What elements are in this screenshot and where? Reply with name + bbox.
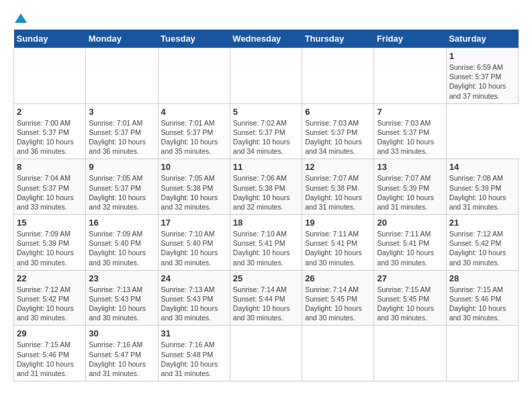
day-info: Sunrise: 7:16 AM Sunset: 5:48 PM Dayligh… bbox=[161, 340, 227, 378]
day-cell-11: 11Sunrise: 7:06 AM Sunset: 5:38 PM Dayli… bbox=[230, 159, 302, 215]
day-number: 4 bbox=[161, 107, 227, 117]
day-number: 8 bbox=[17, 162, 83, 172]
day-info: Sunrise: 7:03 AM Sunset: 5:37 PM Dayligh… bbox=[305, 118, 371, 156]
day-cell-1: 1Sunrise: 6:59 AM Sunset: 5:37 PM Daylig… bbox=[446, 48, 518, 104]
day-number: 2 bbox=[17, 107, 83, 117]
day-number: 31 bbox=[161, 328, 227, 338]
day-cell-26: 26Sunrise: 7:14 AM Sunset: 5:45 PM Dayli… bbox=[302, 270, 374, 326]
day-info: Sunrise: 7:11 AM Sunset: 5:41 PM Dayligh… bbox=[305, 229, 371, 267]
calendar-table: SundayMondayTuesdayWednesdayThursdayFrid… bbox=[13, 30, 519, 381]
svg-marker-0 bbox=[15, 13, 27, 23]
day-info: Sunrise: 7:03 AM Sunset: 5:37 PM Dayligh… bbox=[377, 118, 443, 156]
day-info: Sunrise: 7:09 AM Sunset: 5:39 PM Dayligh… bbox=[17, 229, 83, 267]
day-info: Sunrise: 7:14 AM Sunset: 5:44 PM Dayligh… bbox=[233, 285, 299, 323]
day-cell-23: 23Sunrise: 7:13 AM Sunset: 5:43 PM Dayli… bbox=[86, 270, 158, 326]
day-cell-19: 19Sunrise: 7:11 AM Sunset: 5:41 PM Dayli… bbox=[302, 215, 374, 271]
day-cell-4: 4Sunrise: 7:01 AM Sunset: 5:37 PM Daylig… bbox=[158, 103, 230, 159]
day-cell-29: 29Sunrise: 7:15 AM Sunset: 5:46 PM Dayli… bbox=[14, 326, 86, 381]
day-cell-2: 2Sunrise: 7:00 AM Sunset: 5:37 PM Daylig… bbox=[14, 103, 86, 159]
day-cell-8: 8Sunrise: 7:04 AM Sunset: 5:37 PM Daylig… bbox=[14, 159, 86, 215]
day-cell-25: 25Sunrise: 7:14 AM Sunset: 5:44 PM Dayli… bbox=[230, 270, 302, 326]
day-number: 20 bbox=[377, 218, 443, 228]
day-number: 13 bbox=[377, 162, 443, 172]
day-cell-10: 10Sunrise: 7:05 AM Sunset: 5:38 PM Dayli… bbox=[158, 159, 230, 215]
day-cell-30: 30Sunrise: 7:16 AM Sunset: 5:47 PM Dayli… bbox=[86, 326, 158, 381]
day-cell-22: 22Sunrise: 7:12 AM Sunset: 5:42 PM Dayli… bbox=[14, 270, 86, 326]
day-number: 6 bbox=[305, 107, 371, 117]
day-number: 11 bbox=[233, 162, 299, 172]
day-cell-18: 18Sunrise: 7:10 AM Sunset: 5:41 PM Dayli… bbox=[230, 215, 302, 271]
day-number: 27 bbox=[377, 273, 443, 283]
day-info: Sunrise: 7:05 AM Sunset: 5:37 PM Dayligh… bbox=[89, 173, 154, 212]
day-cell-3: 3Sunrise: 7:01 AM Sunset: 5:37 PM Daylig… bbox=[86, 103, 158, 159]
day-info: Sunrise: 7:00 AM Sunset: 5:37 PM Dayligh… bbox=[17, 118, 83, 156]
day-info: Sunrise: 7:10 AM Sunset: 5:41 PM Dayligh… bbox=[233, 229, 299, 267]
day-number: 10 bbox=[161, 162, 227, 172]
day-info: Sunrise: 7:16 AM Sunset: 5:47 PM Dayligh… bbox=[89, 340, 154, 378]
day-cell-24: 24Sunrise: 7:13 AM Sunset: 5:43 PM Dayli… bbox=[158, 270, 230, 326]
col-header-sunday: Sunday bbox=[14, 30, 86, 48]
day-cell-12: 12Sunrise: 7:07 AM Sunset: 5:38 PM Dayli… bbox=[302, 159, 374, 215]
empty-cell bbox=[14, 48, 86, 104]
day-info: Sunrise: 7:13 AM Sunset: 5:43 PM Dayligh… bbox=[89, 285, 154, 323]
day-info: Sunrise: 7:09 AM Sunset: 5:40 PM Dayligh… bbox=[89, 229, 154, 267]
col-header-thursday: Thursday bbox=[302, 30, 374, 48]
day-cell-31: 31Sunrise: 7:16 AM Sunset: 5:48 PM Dayli… bbox=[158, 326, 230, 381]
day-cell-9: 9Sunrise: 7:05 AM Sunset: 5:37 PM Daylig… bbox=[86, 159, 158, 215]
day-number: 18 bbox=[233, 218, 299, 228]
day-number: 16 bbox=[89, 218, 154, 228]
day-info: Sunrise: 7:01 AM Sunset: 5:37 PM Dayligh… bbox=[161, 118, 227, 156]
day-info: Sunrise: 7:10 AM Sunset: 5:40 PM Dayligh… bbox=[161, 229, 227, 267]
empty-cell bbox=[158, 48, 230, 104]
col-header-saturday: Saturday bbox=[446, 30, 518, 48]
day-info: Sunrise: 7:05 AM Sunset: 5:38 PM Dayligh… bbox=[161, 173, 227, 212]
calendar-body: 1Sunrise: 6:59 AM Sunset: 5:37 PM Daylig… bbox=[14, 48, 519, 381]
day-cell-20: 20Sunrise: 7:11 AM Sunset: 5:41 PM Dayli… bbox=[374, 215, 446, 271]
day-number: 9 bbox=[89, 162, 154, 172]
day-number: 23 bbox=[89, 273, 154, 283]
page-header bbox=[13, 13, 519, 23]
col-header-tuesday: Tuesday bbox=[158, 30, 230, 48]
empty-cell bbox=[230, 48, 302, 104]
empty-cell bbox=[374, 326, 446, 381]
empty-cell bbox=[86, 48, 158, 104]
day-info: Sunrise: 7:08 AM Sunset: 5:39 PM Dayligh… bbox=[449, 173, 515, 212]
empty-cell bbox=[302, 326, 374, 381]
week-row-6: 29Sunrise: 7:15 AM Sunset: 5:46 PM Dayli… bbox=[14, 326, 519, 381]
day-info: Sunrise: 7:15 AM Sunset: 5:46 PM Dayligh… bbox=[449, 285, 515, 323]
day-info: Sunrise: 6:59 AM Sunset: 5:37 PM Dayligh… bbox=[449, 62, 515, 101]
day-number: 24 bbox=[161, 273, 227, 283]
day-info: Sunrise: 7:15 AM Sunset: 5:45 PM Dayligh… bbox=[377, 285, 443, 323]
day-cell-28: 28Sunrise: 7:15 AM Sunset: 5:46 PM Dayli… bbox=[446, 270, 518, 326]
day-number: 1 bbox=[449, 51, 515, 61]
logo bbox=[13, 13, 27, 23]
day-info: Sunrise: 7:01 AM Sunset: 5:37 PM Dayligh… bbox=[89, 118, 154, 156]
day-cell-16: 16Sunrise: 7:09 AM Sunset: 5:40 PM Dayli… bbox=[86, 215, 158, 271]
day-number: 7 bbox=[377, 107, 443, 117]
day-info: Sunrise: 7:15 AM Sunset: 5:46 PM Dayligh… bbox=[17, 340, 83, 378]
day-cell-15: 15Sunrise: 7:09 AM Sunset: 5:39 PM Dayli… bbox=[14, 215, 86, 271]
empty-cell bbox=[374, 48, 446, 104]
day-info: Sunrise: 7:02 AM Sunset: 5:37 PM Dayligh… bbox=[233, 118, 299, 156]
day-cell-5: 5Sunrise: 7:02 AM Sunset: 5:37 PM Daylig… bbox=[230, 103, 302, 159]
empty-cell bbox=[230, 326, 302, 381]
week-row-2: 2Sunrise: 7:00 AM Sunset: 5:37 PM Daylig… bbox=[14, 103, 519, 159]
day-cell-7: 7Sunrise: 7:03 AM Sunset: 5:37 PM Daylig… bbox=[374, 103, 446, 159]
day-cell-27: 27Sunrise: 7:15 AM Sunset: 5:45 PM Dayli… bbox=[374, 270, 446, 326]
day-number: 17 bbox=[161, 218, 227, 228]
day-number: 3 bbox=[89, 107, 154, 117]
day-number: 15 bbox=[17, 218, 83, 228]
day-cell-14: 14Sunrise: 7:08 AM Sunset: 5:39 PM Dayli… bbox=[446, 159, 518, 215]
day-number: 21 bbox=[449, 218, 515, 228]
day-info: Sunrise: 7:07 AM Sunset: 5:39 PM Dayligh… bbox=[377, 173, 443, 212]
week-row-1: 1Sunrise: 6:59 AM Sunset: 5:37 PM Daylig… bbox=[14, 48, 519, 104]
day-cell-17: 17Sunrise: 7:10 AM Sunset: 5:40 PM Dayli… bbox=[158, 215, 230, 271]
day-number: 19 bbox=[305, 218, 371, 228]
col-header-monday: Monday bbox=[86, 30, 158, 48]
week-row-3: 8Sunrise: 7:04 AM Sunset: 5:37 PM Daylig… bbox=[14, 159, 519, 215]
col-header-friday: Friday bbox=[374, 30, 446, 48]
calendar-header-row: SundayMondayTuesdayWednesdayThursdayFrid… bbox=[14, 30, 519, 48]
day-number: 14 bbox=[449, 162, 515, 172]
logo-icon bbox=[15, 12, 27, 24]
day-number: 12 bbox=[305, 162, 371, 172]
